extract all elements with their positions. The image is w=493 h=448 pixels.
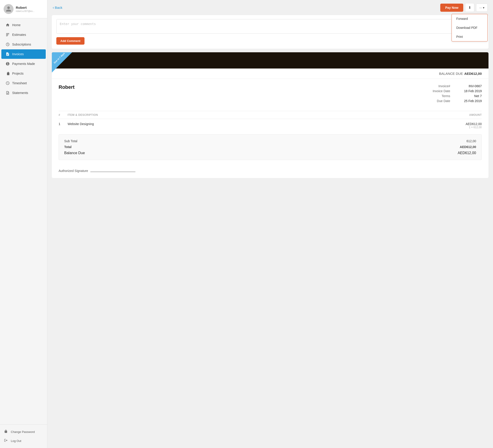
avatar (4, 4, 13, 14)
dropdown-item-forward[interactable]: Forward (452, 14, 487, 23)
sidebar-item-payments-made[interactable]: Payments Made (1, 59, 46, 68)
subtotal-label: Sub Total (64, 139, 77, 143)
user-info: Robert robert.a.007@ex... (16, 6, 34, 12)
back-button[interactable]: ‹ Back (53, 6, 62, 10)
totals-row-subtotal: Sub Total 612,00 (64, 138, 476, 144)
balance-due-row: BALANCE DUE AED612,00 (52, 68, 489, 79)
more-options-button[interactable]: ··· ▾ (476, 4, 488, 12)
topbar-actions: Pay Now ⬇ ··· ▾ Forward Download PDF Pri… (440, 3, 488, 12)
change-password-item[interactable]: Change Password (0, 427, 47, 436)
totals-row-balance: Balance Due AED612,00 (64, 150, 476, 156)
invoices-icon (5, 52, 10, 56)
client-name: Robert (59, 84, 75, 90)
total-label: Total (64, 145, 71, 149)
col-amount-header: AMOUNT (338, 111, 482, 119)
meta-row-terms: Terms Net 7 (433, 94, 482, 98)
logout-icon (4, 438, 9, 443)
user-email: robert.a.007@ex... (16, 10, 34, 12)
terms-value: Net 7 (457, 94, 482, 98)
table-row: 1 Website Designing AED612,00 1 × 612,00 (59, 119, 482, 132)
payments-icon (5, 62, 10, 66)
balance-label: Balance Due (64, 151, 85, 155)
signature-line (90, 172, 135, 172)
due-date-label: Due Date (437, 99, 450, 103)
sidebar-item-estimates[interactable]: Estimates (1, 30, 46, 39)
sidebar-item-home[interactable]: Home (1, 20, 46, 30)
user-icon (5, 6, 12, 12)
topbar: ‹ Back Pay Now ⬇ ··· ▾ Forward Download … (47, 0, 493, 15)
statements-icon (5, 90, 10, 95)
sidebar-nav: Home Estimates Subscriptions Invoices (0, 18, 47, 424)
totals-row-total: Total AED612,00 (64, 144, 476, 150)
sidebar-item-statements[interactable]: Statements (1, 88, 46, 98)
sidebar-item-estimates-label: Estimates (12, 33, 26, 36)
invoice-top: Robert Invoice# INV-0667 Invoice Date 18… (59, 84, 482, 104)
due-date-value: 25 Feb 2019 (457, 99, 482, 103)
sidebar-bottom: Change Password Log Out (0, 424, 47, 448)
dropdown-item-print[interactable]: Print (452, 32, 487, 41)
sidebar-item-projects[interactable]: Projects (1, 69, 46, 78)
chevron-down-icon: ▾ (483, 6, 484, 10)
col-item-header: ITEM & DESCRIPTION (67, 111, 338, 119)
totals-section: Sub Total 612,00 Total AED612,00 Balance… (59, 134, 482, 160)
meta-row-due-date: Due Date 25 Feb 2019 (433, 99, 482, 103)
subtotal-value: 612,00 (466, 139, 476, 143)
sidebar-item-timesheet[interactable]: Timesheet (1, 78, 46, 88)
dropdown-item-download-pdf[interactable]: Download PDF (452, 23, 487, 32)
lock-icon (4, 429, 9, 434)
col-num-header: # (59, 111, 67, 119)
logout-item[interactable]: Log Out (0, 436, 47, 445)
invoice-date-label: Invoice Date (433, 89, 450, 93)
sidebar-item-subscriptions-label: Subscriptions (12, 43, 31, 46)
ribbon-text: Due in 7 days (53, 52, 66, 65)
comment-textarea[interactable] (56, 19, 484, 34)
invoice-body: Robert Invoice# INV-0667 Invoice Date 18… (52, 79, 489, 178)
download-button[interactable]: ⬇ (465, 3, 474, 12)
sidebar-item-subscriptions[interactable]: Subscriptions (1, 40, 46, 49)
invoice-meta: Invoice# INV-0667 Invoice Date 18 Feb 20… (433, 84, 482, 104)
estimates-icon (5, 33, 10, 37)
authorized-signature: Authorized Signature (59, 167, 482, 173)
sidebar-item-timesheet-label: Timesheet (12, 81, 27, 85)
logout-label: Log Out (11, 439, 21, 443)
terms-label: Terms (442, 94, 450, 98)
comment-section: Add Comment (52, 15, 489, 49)
pay-now-button[interactable]: Pay Now (440, 4, 463, 12)
sidebar-item-projects-label: Projects (12, 72, 24, 75)
sidebar-item-invoices[interactable]: Invoices (1, 49, 46, 59)
row-amount-main: AED612,00 (338, 122, 482, 126)
row-amount: AED612,00 1 × 612,00 (338, 119, 482, 132)
timesheet-icon (5, 81, 10, 85)
invoice-wrapper: Due in 7 days BALANCE DUE AED612,00 Robe… (52, 52, 489, 178)
row-item: Website Designing (67, 119, 338, 132)
sidebar-item-statements-label: Statements (12, 91, 28, 95)
chevron-left-icon: ‹ (53, 6, 54, 10)
invoice-date-value: 18 Feb 2019 (457, 89, 482, 93)
dropdown-menu: Forward Download PDF Print (451, 14, 488, 42)
sidebar-user-section: Robert robert.a.007@ex... (0, 0, 47, 18)
add-comment-button[interactable]: Add Comment (56, 37, 85, 45)
main-content: ‹ Back Pay Now ⬇ ··· ▾ Forward Download … (47, 0, 493, 448)
meta-row-invoice-date: Invoice Date 18 Feb 2019 (433, 89, 482, 93)
sidebar-item-payments-made-label: Payments Made (12, 62, 35, 66)
download-icon: ⬇ (468, 6, 471, 10)
balance-due-label: BALANCE DUE (439, 72, 463, 76)
back-label: Back (55, 6, 62, 10)
sidebar-item-invoices-label: Invoices (12, 52, 24, 56)
invoice-num-label: Invoice# (438, 84, 450, 88)
sidebar: Robert robert.a.007@ex... Home Estimates… (0, 0, 47, 448)
subscriptions-icon (5, 42, 10, 47)
home-icon (5, 23, 10, 27)
row-amount-sub: 1 × 612,00 (338, 126, 482, 129)
balance-value: AED612,00 (458, 151, 476, 155)
balance-due-amount: AED612,00 (464, 72, 482, 76)
projects-icon (5, 71, 10, 76)
meta-row-invoice-num: Invoice# INV-0667 (433, 84, 482, 88)
more-icon: ··· (479, 6, 482, 10)
sidebar-item-home-label: Home (12, 23, 21, 27)
user-name: Robert (16, 6, 34, 10)
total-value: AED612,00 (460, 145, 476, 149)
items-table: # ITEM & DESCRIPTION AMOUNT 1 Website De… (59, 111, 482, 132)
change-password-label: Change Password (11, 430, 35, 434)
invoice-num-value: INV-0667 (457, 84, 482, 88)
